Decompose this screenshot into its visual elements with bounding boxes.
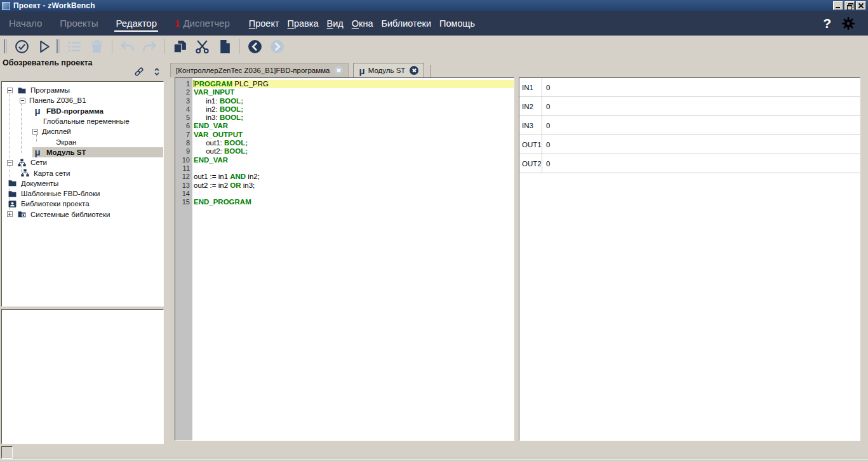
keyword-token: BOOL; <box>220 105 243 113</box>
watch-row-in2: IN20 <box>519 97 860 116</box>
app-window: Проект - zWorkBench НачалоПроектыРедакто… <box>0 0 868 462</box>
menu-2[interactable]: Правка <box>288 18 319 29</box>
watch-variable-value[interactable]: 0 <box>542 78 860 96</box>
help-button[interactable]: ? <box>823 16 831 31</box>
menu-bar: НачалоПроектыРедактор1Диспетчер ПроектПр… <box>0 11 868 36</box>
tree-item-4[interactable]: Глобальные переменные <box>2 116 163 126</box>
tree-item-inner: Шаблонные FBD-блоки <box>7 188 163 199</box>
paste-button[interactable] <box>214 39 235 55</box>
window-title: Проект - zWorkBench <box>13 1 833 10</box>
main-menus: ПроектПравкаВидОкнаБиблиотекиПомощь <box>249 18 475 29</box>
line-number: 10 <box>175 156 192 164</box>
collapse-icon[interactable] <box>20 98 25 103</box>
code-line: END_VAR <box>192 156 514 164</box>
tree-item-1[interactable]: Программы <box>2 85 163 95</box>
network-icon <box>20 168 30 178</box>
toolbar-grip[interactable] <box>57 39 60 53</box>
perspective-1[interactable]: Начало <box>8 15 43 32</box>
code-token: out2 := in2 <box>194 182 230 189</box>
line-number: 8 <box>175 139 192 147</box>
tree-item-5[interactable]: Дисплей <box>2 126 163 136</box>
watch-variable-value[interactable]: 0 <box>542 154 860 173</box>
tab-close-icon[interactable] <box>410 66 418 75</box>
code-line: in2: BOOL; <box>192 105 514 114</box>
line-number: 1 <box>175 80 192 88</box>
toolbar-group <box>55 39 288 55</box>
redo-icon <box>142 39 157 55</box>
menu-5[interactable]: Библиотеки <box>381 18 431 29</box>
gear-icon[interactable] <box>841 16 855 30</box>
watch-variable-value[interactable]: 0 <box>542 116 860 135</box>
tree-item-3[interactable]: μFBD-программа <box>2 106 163 116</box>
menu-1[interactable]: Проект <box>249 18 279 29</box>
project-explorer-title: Обозреватель проекта <box>3 58 92 67</box>
code-area[interactable]: PROGRAM PLC_PRGVAR_INPUT in1: BOOL; in2:… <box>192 78 514 440</box>
line-number-gutter: 123456789101112131415 <box>175 78 192 440</box>
menu-6[interactable]: Помощь <box>439 18 475 29</box>
restore-button[interactable] <box>845 1 855 10</box>
expand-icon[interactable] <box>7 211 13 217</box>
menu-3[interactable]: Вид <box>327 18 344 29</box>
collapse-icon[interactable] <box>7 160 13 166</box>
tree-item-7[interactable]: μМодуль ST <box>2 147 163 157</box>
check-circle-button[interactable] <box>11 39 32 55</box>
perspective-switcher: НачалоПроектыРедактор1Диспетчер <box>8 15 231 32</box>
tree-item-inner: Системные библиотеки <box>7 209 163 220</box>
toolbar-grip[interactable] <box>4 39 7 53</box>
tab-close-icon[interactable] <box>334 66 343 75</box>
tree-item-label: Сети <box>30 159 47 166</box>
code-token: in3: <box>194 114 220 121</box>
tab-2[interactable]: μМодуль ST <box>353 63 424 77</box>
back-circle-button[interactable] <box>244 39 265 55</box>
toolbar <box>0 36 868 57</box>
keyword-token: PROGRAM <box>194 80 232 88</box>
line-number: 11 <box>175 164 192 173</box>
tree-item-label: Панель Z036_B1 <box>29 96 86 104</box>
tree-item-2[interactable]: Панель Z036_B1 <box>2 95 163 105</box>
tab-1[interactable]: [КонтроллерZenTec Z036_B1]FBD-программа <box>170 63 349 77</box>
toolbar-group <box>3 39 55 55</box>
perspective-3[interactable]: Редактор <box>114 15 158 32</box>
folder-icon <box>7 188 17 199</box>
tab-separator <box>430 65 431 77</box>
play-button[interactable] <box>34 39 55 55</box>
perspective-4[interactable]: 1Диспетчер <box>173 15 231 32</box>
window-controls <box>833 1 866 10</box>
cut-button[interactable] <box>192 39 213 55</box>
menu-4[interactable]: Окна <box>352 18 373 29</box>
expand-collapse-icon[interactable] <box>151 66 163 77</box>
watch-row-out2: OUT20 <box>519 154 860 173</box>
collapse-icon[interactable] <box>7 88 13 93</box>
watch-variable-name: IN1 <box>519 78 542 96</box>
undo-icon <box>119 39 135 55</box>
tree-item-inner: Дисплей <box>32 126 163 136</box>
tree-item-inner: μМодуль ST <box>32 147 163 157</box>
title-bar: Проект - zWorkBench <box>0 0 868 11</box>
code-token: in3; <box>241 182 255 189</box>
perspective-2[interactable]: Проекты <box>58 15 99 32</box>
tree-item-11[interactable]: Шаблонные FBD-блоки <box>2 188 163 199</box>
keyword-token: BOOL; <box>220 114 243 121</box>
play-icon <box>36 39 52 55</box>
tree-item-12[interactable]: Библиотеки проекта <box>2 199 163 209</box>
copy-button[interactable] <box>170 39 190 55</box>
tree-item-13[interactable]: Системные библиотеки <box>2 209 163 220</box>
keyword-token: VAR_INPUT <box>194 88 234 96</box>
watch-variable-value[interactable]: 0 <box>542 135 860 154</box>
tree-item-8[interactable]: Сети <box>2 157 163 168</box>
editor-tab-bar: [КонтроллерZenTec Z036_B1]FBD-программаμ… <box>170 62 431 77</box>
collapse-icon[interactable] <box>32 129 38 135</box>
keyword-token: END_VAR <box>194 156 228 164</box>
toolbar-separator <box>112 39 112 54</box>
close-button[interactable] <box>856 1 866 10</box>
tree-item-10[interactable]: Документы <box>2 178 163 188</box>
project-tree-panel: ПрограммыПанель Z036_B1μFBD-программаГло… <box>1 81 164 307</box>
line-number: 6 <box>175 122 192 130</box>
minimize-button[interactable] <box>833 1 843 10</box>
watch-variable-value[interactable]: 0 <box>542 97 860 116</box>
link-icon[interactable] <box>133 66 145 77</box>
tree-item-6[interactable]: Экран <box>2 136 163 147</box>
code-line: out2 := in2 OR in3; <box>192 182 514 190</box>
tree-item-label: FBD-программа <box>46 107 103 115</box>
tree-item-9[interactable]: Карта сети <box>2 168 163 178</box>
